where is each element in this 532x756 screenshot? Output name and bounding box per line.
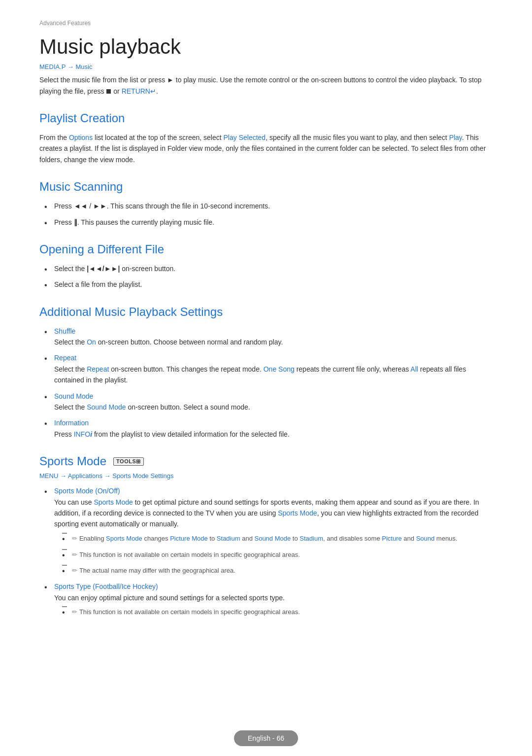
return-link: RETURN↵ — [122, 87, 156, 95]
pencil-icon: ✏ — [72, 535, 77, 542]
section-playlist-creation: Playlist Creation From the Options list … — [39, 111, 493, 165]
list-item: Select a file from the playlist. — [44, 279, 493, 290]
list-item: Press ◄◄ / ►►. This scans through the fi… — [44, 201, 493, 211]
list-item-sports-type: Sports Type (Football/Ice Hockey) You ca… — [44, 581, 493, 618]
playlist-text: From the Options list located at the top… — [39, 132, 493, 165]
sports-mode-settings-link: Sports Mode Settings — [112, 472, 173, 480]
breadcrumb: Advanced Features — [39, 20, 493, 27]
menu-link: MENU — [39, 472, 58, 480]
list-item-shuffle: Shuffle Select the On on-screen button. … — [44, 326, 493, 348]
scanning-list: Press ◄◄ / ►►. This scans through the fi… — [39, 201, 493, 228]
pause-icon: ‖ — [74, 218, 77, 226]
section-sports-mode: Sports Mode TOOLS⊞ MENU → Applications →… — [39, 454, 493, 618]
intro-text: Select the music file from the list or p… — [39, 74, 493, 97]
info-i-icon: i — [90, 429, 92, 440]
list-item-information: Information Press INFOi from the playlis… — [44, 417, 493, 440]
sound-mode-link: Sound Mode — [87, 403, 126, 411]
section-music-scanning: Music Scanning Press ◄◄ / ►►. This scans… — [39, 180, 493, 228]
sound-link: Sound — [416, 535, 435, 542]
on-link: On — [87, 338, 96, 346]
note-text-4: This function is not available on certai… — [79, 608, 300, 616]
note-item: ✏ Enabling Sports Mode changes Picture M… — [62, 533, 493, 544]
list-item-sound-mode: Sound Mode Select the Sound Mode on-scre… — [44, 391, 493, 413]
note-text-2: This function is not available on certai… — [79, 551, 300, 558]
options-link: Options — [69, 134, 93, 141]
sports-mode-link1: Sports Mode — [94, 498, 133, 506]
picture-mode-link: Picture Mode — [170, 535, 208, 542]
section-title-playlist: Playlist Creation — [39, 111, 493, 125]
section-title-scanning: Music Scanning — [39, 180, 493, 194]
footer-label: English - 66 — [234, 730, 298, 746]
sports-mode-list: Sports Mode (On/Off) You can use Sports … — [39, 485, 493, 618]
list-item: Select the |◄◄/►►| on-screen button. — [44, 263, 493, 274]
section-title-additional: Additional Music Playback Settings — [39, 305, 493, 319]
prev-next-icon: |◄◄/►►| — [87, 265, 120, 273]
sports-mode-title-row: Sports Mode TOOLS⊞ — [39, 454, 493, 468]
picture-link: Picture — [382, 535, 401, 542]
sports-type-notes: ✏ This function is not available on cert… — [54, 606, 493, 618]
stop-icon — [106, 89, 111, 94]
all-link: All — [410, 365, 418, 373]
sports-mode-menu-path: MENU → Applications → Sports Mode Settin… — [39, 472, 493, 480]
page-title: Music playback — [39, 35, 493, 58]
pencil-icon: ✏ — [72, 567, 77, 574]
applications-link: Applications — [68, 472, 102, 480]
list-item-sports-onoff: Sports Mode (On/Off) You can use Sports … — [44, 485, 493, 576]
shuffle-label: Shuffle — [54, 327, 75, 335]
tools-badge: TOOLS⊞ — [113, 457, 144, 466]
repeat-label: Repeat — [54, 354, 76, 362]
note-text-3: The actual name may differ with the geog… — [79, 567, 235, 574]
note-item: ✏ This function is not available on cert… — [62, 606, 493, 618]
list-item-repeat: Repeat Select the Repeat on-screen butto… — [44, 352, 493, 385]
note-text: Enabling Sports Mode changes Picture Mod… — [79, 535, 458, 542]
section-additional-settings: Additional Music Playback Settings Shuff… — [39, 305, 493, 440]
sports-onoff-desc: You can use Sports Mode to get optimal p… — [54, 498, 479, 528]
stadium-link1: Stadium — [217, 535, 240, 542]
sports-type-desc: You can enjoy optimal picture and sound … — [54, 594, 285, 602]
sports-notes-list: ✏ Enabling Sports Mode changes Picture M… — [54, 533, 493, 576]
additional-list: Shuffle Select the On on-screen button. … — [39, 326, 493, 440]
rewind-icon: ◄◄ — [74, 202, 88, 210]
section-opening-file: Opening a Different File Select the |◄◄/… — [39, 242, 493, 290]
play-link: Play — [449, 134, 462, 141]
repeat-link: Repeat — [87, 365, 109, 373]
sports-type-label: Sports Type (Football/Ice Hockey) — [54, 583, 158, 590]
info-link: INFOi — [74, 430, 92, 438]
list-item: Press ‖. This pauses the currently playi… — [44, 217, 493, 228]
information-label: Information — [54, 419, 89, 427]
pencil-icon: ✏ — [72, 608, 77, 616]
sound-mode-label: Sound Mode — [54, 392, 93, 400]
forward-icon: ►► — [93, 202, 107, 210]
sports-onoff-label: Sports Mode (On/Off) — [54, 487, 120, 495]
note-item: ✏ This function is not available on cert… — [62, 549, 493, 560]
nav-path: MEDIA.P → Music — [39, 63, 493, 70]
play-selected-link: Play Selected — [224, 134, 266, 141]
pencil-icon: ✏ — [72, 551, 77, 558]
sports-mode-link2: Sports Mode — [278, 509, 317, 517]
sports-mode-title: Sports Mode — [39, 454, 106, 468]
one-song-link: One Song — [264, 365, 295, 373]
stadium-link2: Stadium — [299, 535, 323, 542]
sports-mode-note-link: Sports Mode — [106, 535, 142, 542]
sound-mode-note-link: Sound Mode — [254, 535, 291, 542]
opening-list: Select the |◄◄/►►| on-screen button. Sel… — [39, 263, 493, 290]
note-item: ✏ The actual name may differ with the ge… — [62, 565, 493, 576]
section-title-opening: Opening a Different File — [39, 242, 493, 256]
